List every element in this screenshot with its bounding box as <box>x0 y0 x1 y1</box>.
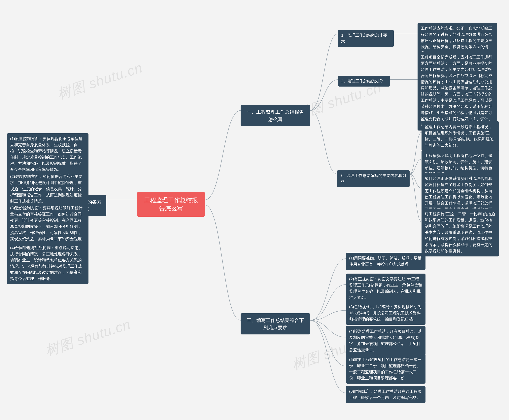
branch-1-sub-3[interactable]: 3、监理工作总结编写的主要内容和组成 <box>337 170 410 187</box>
branch-3[interactable]: 三、编写工作总结要符合下列几点要求 <box>241 313 310 334</box>
leaf-b2-1[interactable]: (1)质量控制方面：要体现督促承包单位建立和完善自身质量体系，重权预控、自检、试… <box>7 133 89 175</box>
leaf-b1-2[interactable]: 工程项目全部完成后，应对监理工作进行两方面的总结：一方面，是向业主提交的监理工作… <box>418 52 497 130</box>
watermark: 树图 shutu.cn <box>55 58 145 104</box>
leaf-b2-4[interactable]: (4)合同管理与组织协调：重点说明熟悉、执行合同的情况，公正地处理各种关系，协调… <box>7 242 89 284</box>
leaf-b3-1[interactable]: (1)用词要准确、明了、简洁、通顺，尽量使用专业语言，并按打印方式处理。 <box>346 253 426 270</box>
leaf-b3-5[interactable]: (5)重要工程监理项目的工作总结需一式三份，即业主二份，项目监理部归档一份。一般… <box>346 354 426 384</box>
leaf-b3-3[interactable]: (3)总结规格尺寸和编号：资料规格尺寸为16K或A4纸，并按公司工程竣工技术资料… <box>346 301 426 325</box>
leaf-b3-2[interactable]: (2)有正规封面：封面文字要注明"xx工程监理工作总结"标题，有业主、承包单位和… <box>346 274 426 303</box>
leaf-b1-3a[interactable]: 监理工作总结内容一般包括工程概况，项目监理组织体系情况，工程实施"三控、二管、一… <box>421 121 499 151</box>
branch-1[interactable]: 一、工程监理工作总结报告怎么写 <box>241 105 310 126</box>
leaf-b3-4[interactable]: (4)报送监理工作总结，须有项目总监、以及相应的审核人和批准人(可总工程师)签字… <box>346 326 426 355</box>
branch-1-sub-1[interactable]: 1、监理工作总结的总体要求 <box>338 30 394 47</box>
branch-1-sub-2[interactable]: 2、监理工作总结的划分 <box>338 75 390 87</box>
watermark: 树图 shutu.cn <box>43 315 133 360</box>
mindmap-canvas: 树图 shutu.cn 树图 shutu.cn 树图 shutu.cn 树图 s… <box>0 0 509 420</box>
root-node[interactable]: 工程监理工作总结报告怎么写 <box>137 192 205 217</box>
leaf-b1-3d[interactable]: 对工程实施"三控、二管、一协调"的措施和效果监理的工作质量、进度、造价控制和合同… <box>421 209 499 256</box>
leaf-b3-6[interactable]: (6)时间规定：监理工作总结须在该工程项目竣工验收后一个月内，及时编写完毕。 <box>346 386 426 403</box>
leaf-b2-2[interactable]: (2)进度控制方面：如何依据合同和业主要求，加强并细化进度计划中监督管理，重视施… <box>7 171 89 207</box>
